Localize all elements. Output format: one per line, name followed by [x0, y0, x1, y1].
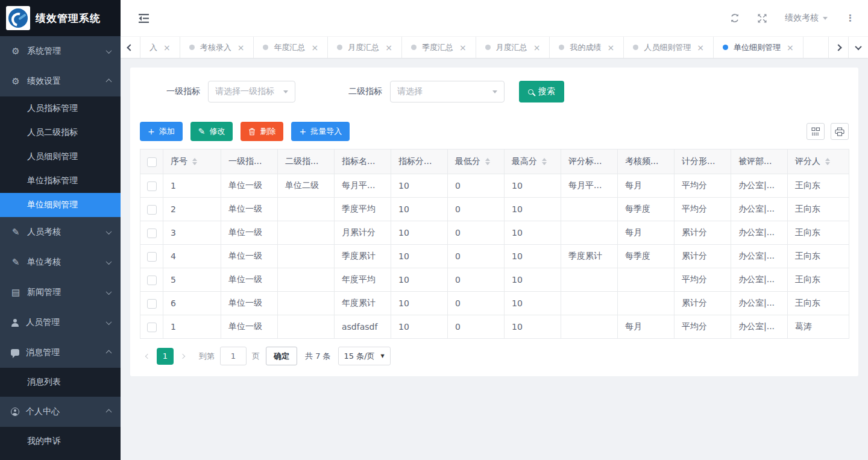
- sidebar-item-unit-indicator-management[interactable]: 单位指标管理: [0, 169, 121, 193]
- table-cell: 累计分: [675, 221, 731, 245]
- tab-close-icon[interactable]: ×: [385, 43, 392, 52]
- delete-button[interactable]: 删除: [241, 122, 283, 141]
- tab-close-icon[interactable]: ×: [237, 43, 245, 52]
- page-size-value: 15 条/页: [344, 351, 375, 362]
- sidebar-item-news-management[interactable]: ▤新闻管理: [0, 277, 121, 307]
- tab-monthly-summary-2[interactable]: 月度汇总×: [476, 37, 550, 58]
- tab-dot-icon: [723, 45, 728, 50]
- tab-close-icon[interactable]: ×: [607, 43, 614, 52]
- table-cell: 0: [448, 292, 505, 315]
- tab-close-icon[interactable]: ×: [311, 43, 318, 52]
- table-cell: 办公室|...: [731, 198, 788, 221]
- sort-icon[interactable]: [825, 156, 830, 168]
- column-settings-button[interactable]: [807, 123, 825, 140]
- sidebar-item-person-indicator-management[interactable]: 人员指标管理: [0, 96, 121, 121]
- sidebar-item-person-management[interactable]: 人员管理: [0, 307, 121, 338]
- sidebar-item-person-assessment[interactable]: ✎人员考核: [0, 217, 121, 247]
- tab-close-icon[interactable]: ×: [697, 43, 704, 52]
- table-cell: 王向东: [788, 245, 849, 268]
- table-row: 4单位一级季度累计10010季度累计每季度累计分办公室|...王向东: [140, 245, 849, 268]
- row-checkbox[interactable]: [147, 252, 157, 262]
- row-checkbox-cell: [140, 268, 163, 292]
- table-cell: 王向东: [788, 174, 849, 198]
- batch-import-button[interactable]: + 批量导入: [291, 122, 350, 141]
- add-button[interactable]: + 添加: [140, 122, 183, 141]
- table-cell: 季度累计: [561, 245, 618, 268]
- tab-person-rule-management[interactable]: 人员细则管理×: [624, 37, 714, 58]
- tab-label: 考核录入: [200, 42, 231, 53]
- tab-annual-summary[interactable]: 年度汇总×: [254, 37, 328, 58]
- tab-close-icon[interactable]: ×: [459, 43, 467, 52]
- app-logo: 绩效管理系统: [0, 0, 121, 36]
- level1-filter-select[interactable]: 请选择一级指标: [208, 81, 295, 102]
- tabs-menu-button[interactable]: [848, 37, 868, 58]
- page-1-button[interactable]: 1: [157, 348, 174, 365]
- sort-icon[interactable]: [192, 156, 197, 168]
- refresh-button[interactable]: [730, 13, 740, 23]
- tab-entry-clipped[interactable]: 入×: [140, 37, 180, 58]
- edit-icon: ✎: [11, 257, 20, 268]
- sidebar-item-my-appeal[interactable]: 我的申诉: [0, 427, 121, 456]
- sidebar-menu: ⚙系统管理⚙绩效设置人员指标管理人员二级指标人员细则管理单位指标管理单位细则管理…: [0, 36, 121, 460]
- table-cell: 10: [391, 245, 448, 268]
- tab-close-icon[interactable]: ×: [787, 43, 794, 52]
- sidebar-item-person-secondary-indicator[interactable]: 人员二级指标: [0, 121, 121, 145]
- row-checkbox[interactable]: [147, 276, 157, 285]
- row-checkbox[interactable]: [147, 228, 157, 238]
- sidebar-item-label: 消息管理: [26, 347, 100, 358]
- sort-icon[interactable]: [485, 156, 490, 168]
- sidebar-item-personal-center[interactable]: 个人中心: [0, 397, 121, 427]
- chevron-down-icon: [106, 228, 112, 235]
- tabs-scroll-left-button[interactable]: [121, 37, 140, 58]
- edit-icon: ✎: [11, 227, 20, 238]
- column-header: 最高分: [505, 150, 561, 174]
- tab-close-icon[interactable]: ×: [163, 43, 171, 52]
- level1-filter-value: 请选择一级指标: [215, 86, 274, 97]
- sidebar-item-label: 个人中心: [26, 406, 100, 417]
- sidebar-item-performance-settings[interactable]: ⚙绩效设置: [0, 66, 121, 96]
- sidebar-item-message-list[interactable]: 消息列表: [0, 368, 121, 397]
- tab-label: 月度汇总: [496, 42, 527, 53]
- sidebar-item-person-rule-management[interactable]: 人员细则管理: [0, 145, 121, 169]
- prev-page-button[interactable]: [140, 348, 156, 365]
- row-checkbox[interactable]: [147, 205, 157, 215]
- goto-page-input[interactable]: [220, 347, 247, 365]
- sidebar-item-system-management[interactable]: ⚙系统管理: [0, 36, 121, 66]
- tab-assessment-entry[interactable]: 考核录入×: [180, 37, 254, 58]
- tab-monthly-summary[interactable]: 月度汇总×: [328, 37, 402, 58]
- tabs-scroll-right-button[interactable]: [828, 37, 848, 58]
- level2-filter-select[interactable]: 请选择: [390, 81, 505, 102]
- rules-table: 序号一级指...二级指...指标名...指标分...最低分最高分评分标...考核…: [140, 149, 849, 339]
- edit-button[interactable]: ✎ 修改: [190, 122, 233, 141]
- sidebar-item-unit-rule-management[interactable]: 单位细则管理: [0, 193, 121, 217]
- row-checkbox[interactable]: [147, 181, 157, 191]
- tab-dot-icon: [633, 45, 638, 50]
- fullscreen-button[interactable]: [758, 14, 767, 23]
- role-selector-value: 绩效考核: [785, 13, 819, 24]
- tab-unit-rule-management[interactable]: 单位细则管理×: [714, 37, 804, 58]
- sidebar-item-unit-assessment[interactable]: ✎单位考核: [0, 247, 121, 277]
- confirm-page-button[interactable]: 确定: [266, 347, 297, 365]
- sidebar-item-message-management[interactable]: 消息管理: [0, 338, 121, 368]
- table-cell: 2: [163, 198, 221, 221]
- app-title: 绩效管理系统: [36, 11, 101, 25]
- sidebar: 绩效管理系统 ⚙系统管理⚙绩效设置人员指标管理人员二级指标人员细则管理单位指标管…: [0, 0, 121, 460]
- table-cell: 5: [163, 268, 221, 292]
- select-all-checkbox[interactable]: [147, 157, 157, 167]
- print-button[interactable]: [831, 123, 849, 140]
- page-size-select[interactable]: 15 条/页 ▼: [338, 347, 391, 365]
- tab-quarterly-summary[interactable]: 季度汇总×: [402, 37, 476, 58]
- chevron-up-icon: [106, 409, 112, 415]
- column-header: 指标分...: [391, 150, 448, 174]
- user-circle-icon: [11, 408, 19, 416]
- sort-icon[interactable]: [542, 156, 547, 168]
- row-checkbox[interactable]: [147, 299, 157, 309]
- tab-close-icon[interactable]: ×: [533, 43, 541, 52]
- role-selector[interactable]: 绩效考核: [785, 13, 828, 24]
- collapse-sidebar-button[interactable]: [139, 14, 149, 23]
- tab-my-score[interactable]: 我的成绩×: [550, 37, 624, 58]
- search-button[interactable]: 搜索: [519, 81, 564, 102]
- next-page-button[interactable]: [175, 348, 190, 365]
- row-checkbox[interactable]: [147, 323, 157, 332]
- more-options-button[interactable]: ⋮: [846, 13, 855, 24]
